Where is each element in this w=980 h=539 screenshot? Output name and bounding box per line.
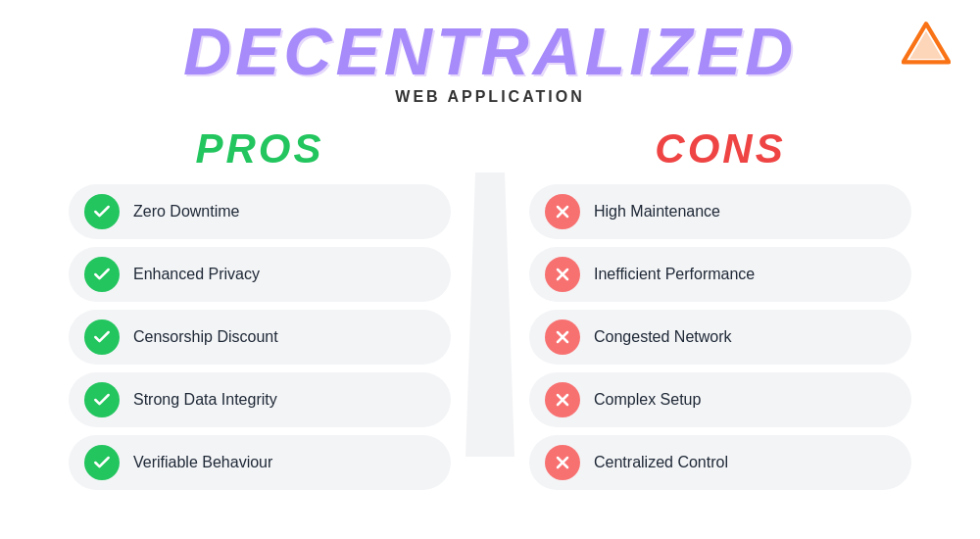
item-label: Censorship Discount [133,328,278,346]
list-item: Verifiable Behaviour [69,435,451,490]
list-item: Strong Data Integrity [69,372,451,427]
item-label: Strong Data Integrity [133,391,277,409]
header: DECENTRALIZED WEB APPLICATION [0,0,980,106]
subtitle: WEB APPLICATION [0,88,980,106]
x-icon [545,445,580,480]
logo [902,20,951,73]
check-icon [84,382,120,417]
main-title: DECENTRALIZED [0,18,980,84]
item-label: Inefficient Performance [594,266,755,283]
cons-list: High Maintenance Inefficient Performance [529,184,911,490]
list-item: Censorship Discount [69,310,451,365]
pros-heading: PROS [69,125,451,172]
x-icon [545,194,580,229]
list-item: Zero Downtime [69,184,451,239]
x-icon [545,257,580,292]
check-icon [84,257,120,292]
cons-heading: CONS [529,125,911,172]
content-columns: PROS Zero Downtime Enhanced Privacy [0,125,980,490]
x-icon [545,319,580,355]
list-item: High Maintenance [529,184,911,239]
check-icon [84,194,120,229]
pros-list: Zero Downtime Enhanced Privacy Censorshi… [69,184,451,490]
list-item: Centralized Control [529,435,911,490]
list-item: Enhanced Privacy [69,247,451,302]
item-label: Complex Setup [594,391,701,409]
check-icon [84,445,120,480]
item-label: Zero Downtime [133,203,239,220]
x-icon [545,382,580,417]
list-item: Inefficient Performance [529,247,911,302]
item-label: Verifiable Behaviour [133,454,272,471]
list-item: Congested Network [529,310,911,365]
item-label: Enhanced Privacy [133,266,260,283]
list-item: Complex Setup [529,372,911,427]
item-label: Congested Network [594,328,732,346]
check-icon [84,319,120,355]
item-label: Centralized Control [594,454,728,471]
item-label: High Maintenance [594,203,720,220]
pros-column: PROS Zero Downtime Enhanced Privacy [69,125,490,490]
cons-column: CONS High Maintenance In [490,125,911,490]
divider [461,125,519,490]
